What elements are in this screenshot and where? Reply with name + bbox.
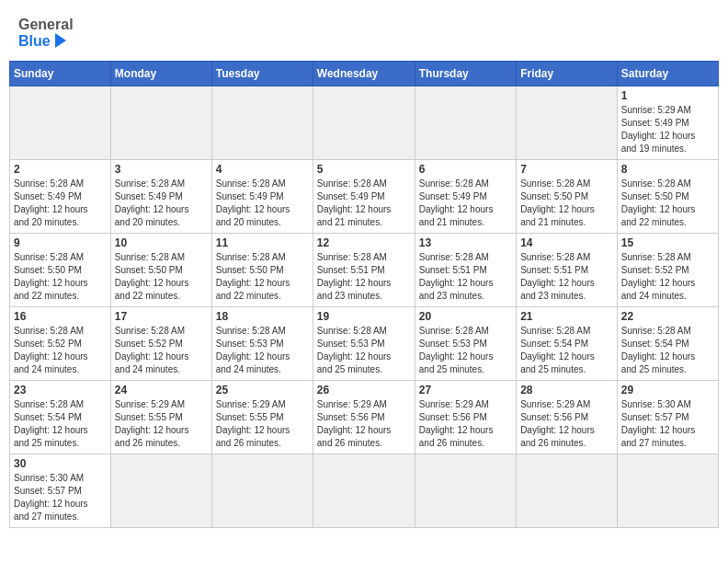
day-number: 3 xyxy=(115,163,208,176)
calendar-cell: 8Sunrise: 5:28 AM Sunset: 5:50 PM Daylig… xyxy=(617,160,718,234)
day-info: Sunrise: 5:28 AM Sunset: 5:52 PM Dayligh… xyxy=(621,251,714,303)
calendar-cell: 18Sunrise: 5:28 AM Sunset: 5:53 PM Dayli… xyxy=(211,307,313,381)
day-number: 9 xyxy=(14,236,107,249)
day-number: 27 xyxy=(419,384,512,396)
calendar-week-row: 1Sunrise: 5:29 AM Sunset: 5:49 PM Daylig… xyxy=(10,86,719,160)
day-info: Sunrise: 5:28 AM Sunset: 5:49 PM Dayligh… xyxy=(317,178,411,229)
calendar-cell: 26Sunrise: 5:29 AM Sunset: 5:56 PM Dayli… xyxy=(313,381,415,454)
calendar-week-row: 2Sunrise: 5:28 AM Sunset: 5:49 PM Daylig… xyxy=(10,160,719,234)
day-info: Sunrise: 5:28 AM Sunset: 5:50 PM Dayligh… xyxy=(621,178,714,229)
day-number: 13 xyxy=(419,236,512,249)
day-number: 12 xyxy=(317,236,411,249)
weekday-header-saturday: Saturday xyxy=(617,62,718,86)
calendar-cell: 27Sunrise: 5:29 AM Sunset: 5:56 PM Dayli… xyxy=(415,381,516,454)
logo-blue-line: Blue xyxy=(18,33,66,50)
weekday-header-monday: Monday xyxy=(110,62,211,86)
calendar-week-row: 23Sunrise: 5:28 AM Sunset: 5:54 PM Dayli… xyxy=(10,381,719,454)
calendar-cell: 23Sunrise: 5:28 AM Sunset: 5:54 PM Dayli… xyxy=(10,381,111,454)
day-info: Sunrise: 5:28 AM Sunset: 5:53 PM Dayligh… xyxy=(419,325,512,376)
day-number: 20 xyxy=(419,310,512,323)
day-info: Sunrise: 5:28 AM Sunset: 5:50 PM Dayligh… xyxy=(115,251,208,303)
day-info: Sunrise: 5:28 AM Sunset: 5:49 PM Dayligh… xyxy=(14,178,107,229)
calendar-cell: 21Sunrise: 5:28 AM Sunset: 5:54 PM Dayli… xyxy=(517,307,618,381)
calendar-cell: 25Sunrise: 5:29 AM Sunset: 5:55 PM Dayli… xyxy=(211,381,313,454)
calendar-week-row: 30Sunrise: 5:30 AM Sunset: 5:57 PM Dayli… xyxy=(10,454,719,528)
day-number: 18 xyxy=(216,310,309,323)
calendar-cell xyxy=(517,454,618,528)
logo-blue-text: Blue xyxy=(18,33,51,50)
logo: General Blue xyxy=(18,17,74,49)
calendar-cell: 22Sunrise: 5:28 AM Sunset: 5:54 PM Dayli… xyxy=(617,307,718,381)
weekday-header-sunday: Sunday xyxy=(10,62,111,86)
day-number: 4 xyxy=(216,163,309,176)
day-info: Sunrise: 5:28 AM Sunset: 5:50 PM Dayligh… xyxy=(216,251,309,303)
calendar-cell: 4Sunrise: 5:28 AM Sunset: 5:49 PM Daylig… xyxy=(211,160,313,234)
calendar-cell: 14Sunrise: 5:28 AM Sunset: 5:51 PM Dayli… xyxy=(517,234,618,307)
calendar-cell: 30Sunrise: 5:30 AM Sunset: 5:57 PM Dayli… xyxy=(10,454,111,528)
day-info: Sunrise: 5:28 AM Sunset: 5:51 PM Dayligh… xyxy=(419,251,512,303)
calendar-cell: 15Sunrise: 5:28 AM Sunset: 5:52 PM Dayli… xyxy=(617,234,718,307)
day-info: Sunrise: 5:28 AM Sunset: 5:49 PM Dayligh… xyxy=(216,178,309,229)
day-number: 6 xyxy=(419,163,512,176)
day-info: Sunrise: 5:29 AM Sunset: 5:55 PM Dayligh… xyxy=(216,398,309,450)
calendar-cell: 12Sunrise: 5:28 AM Sunset: 5:51 PM Dayli… xyxy=(313,234,415,307)
day-info: Sunrise: 5:28 AM Sunset: 5:53 PM Dayligh… xyxy=(216,325,309,376)
calendar-cell: 17Sunrise: 5:28 AM Sunset: 5:52 PM Dayli… xyxy=(110,307,211,381)
calendar-cell: 11Sunrise: 5:28 AM Sunset: 5:50 PM Dayli… xyxy=(211,234,313,307)
day-number: 21 xyxy=(520,310,613,323)
calendar-cell xyxy=(313,86,415,160)
calendar-cell xyxy=(110,86,211,160)
calendar-cell: 20Sunrise: 5:28 AM Sunset: 5:53 PM Dayli… xyxy=(415,307,516,381)
calendar-cell: 9Sunrise: 5:28 AM Sunset: 5:50 PM Daylig… xyxy=(10,234,111,307)
calendar-cell: 5Sunrise: 5:28 AM Sunset: 5:49 PM Daylig… xyxy=(313,160,415,234)
calendar-cell xyxy=(10,86,111,160)
calendar-table: SundayMondayTuesdayWednesdayThursdayFrid… xyxy=(9,61,719,528)
weekday-header-tuesday: Tuesday xyxy=(211,62,313,86)
day-info: Sunrise: 5:30 AM Sunset: 5:57 PM Dayligh… xyxy=(14,472,107,523)
calendar-cell: 6Sunrise: 5:28 AM Sunset: 5:49 PM Daylig… xyxy=(415,160,516,234)
logo-container: General Blue xyxy=(18,17,74,49)
day-number: 5 xyxy=(317,163,411,176)
day-info: Sunrise: 5:28 AM Sunset: 5:51 PM Dayligh… xyxy=(317,251,411,303)
day-number: 30 xyxy=(14,457,107,470)
day-info: Sunrise: 5:29 AM Sunset: 5:49 PM Dayligh… xyxy=(621,104,714,155)
day-number: 29 xyxy=(621,384,714,396)
calendar-header-row: SundayMondayTuesdayWednesdayThursdayFrid… xyxy=(10,62,719,86)
calendar-week-row: 9Sunrise: 5:28 AM Sunset: 5:50 PM Daylig… xyxy=(10,234,719,307)
day-number: 1 xyxy=(621,89,714,102)
day-info: Sunrise: 5:29 AM Sunset: 5:55 PM Dayligh… xyxy=(115,398,208,450)
day-number: 14 xyxy=(520,236,613,249)
day-info: Sunrise: 5:28 AM Sunset: 5:54 PM Dayligh… xyxy=(520,325,613,376)
day-info: Sunrise: 5:29 AM Sunset: 5:56 PM Dayligh… xyxy=(520,398,613,450)
logo-general-text: General xyxy=(18,17,74,33)
calendar-cell xyxy=(211,86,313,160)
day-info: Sunrise: 5:28 AM Sunset: 5:52 PM Dayligh… xyxy=(115,325,208,376)
calendar-cell xyxy=(313,454,415,528)
day-info: Sunrise: 5:28 AM Sunset: 5:49 PM Dayligh… xyxy=(419,178,512,229)
calendar-cell: 3Sunrise: 5:28 AM Sunset: 5:49 PM Daylig… xyxy=(110,160,211,234)
calendar-cell: 29Sunrise: 5:30 AM Sunset: 5:57 PM Dayli… xyxy=(617,381,718,454)
day-info: Sunrise: 5:28 AM Sunset: 5:54 PM Dayligh… xyxy=(621,325,714,376)
day-number: 17 xyxy=(115,310,208,323)
calendar-cell: 1Sunrise: 5:29 AM Sunset: 5:49 PM Daylig… xyxy=(617,86,718,160)
day-number: 16 xyxy=(14,310,107,323)
day-number: 28 xyxy=(520,384,613,396)
calendar-cell: 13Sunrise: 5:28 AM Sunset: 5:51 PM Dayli… xyxy=(415,234,516,307)
calendar-cell xyxy=(517,86,618,160)
weekday-header-friday: Friday xyxy=(517,62,618,86)
calendar-cell xyxy=(415,86,516,160)
day-info: Sunrise: 5:28 AM Sunset: 5:49 PM Dayligh… xyxy=(115,178,208,229)
weekday-header-wednesday: Wednesday xyxy=(313,62,415,86)
day-number: 25 xyxy=(216,384,309,396)
day-number: 8 xyxy=(621,163,714,176)
day-info: Sunrise: 5:28 AM Sunset: 5:51 PM Dayligh… xyxy=(520,251,613,303)
day-info: Sunrise: 5:28 AM Sunset: 5:54 PM Dayligh… xyxy=(14,398,107,450)
day-number: 11 xyxy=(216,236,309,249)
calendar-cell: 16Sunrise: 5:28 AM Sunset: 5:52 PM Dayli… xyxy=(10,307,111,381)
day-info: Sunrise: 5:28 AM Sunset: 5:50 PM Dayligh… xyxy=(520,178,613,229)
calendar-cell xyxy=(211,454,313,528)
weekday-header-thursday: Thursday xyxy=(415,62,516,86)
day-info: Sunrise: 5:28 AM Sunset: 5:50 PM Dayligh… xyxy=(14,251,107,303)
day-number: 15 xyxy=(621,236,714,249)
day-info: Sunrise: 5:29 AM Sunset: 5:56 PM Dayligh… xyxy=(317,398,411,450)
